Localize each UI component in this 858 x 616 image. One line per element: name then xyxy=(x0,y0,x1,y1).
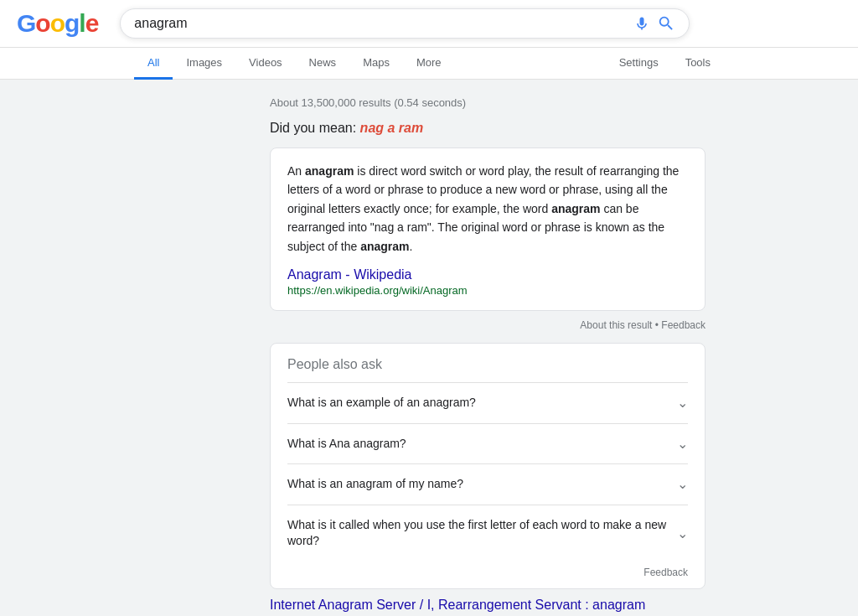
paa-question-1: What is an example of an anagram? xyxy=(287,395,677,412)
tab-all[interactable]: All xyxy=(134,48,173,80)
next-result[interactable]: Internet Anagram Server / I, Rearrangeme… xyxy=(270,598,706,613)
paa-title: People also ask xyxy=(287,357,688,372)
about-this-result-link[interactable]: About this result xyxy=(580,319,652,331)
paa-question-4: What is it called when you use the first… xyxy=(287,517,677,550)
snippet-text: An anagram is direct word switch or word… xyxy=(287,162,688,256)
featured-snippet: An anagram is direct word switch or word… xyxy=(270,148,706,311)
tab-settings[interactable]: Settings xyxy=(606,48,672,80)
google-logo[interactable]: Google xyxy=(17,11,98,36)
tab-news[interactable]: News xyxy=(296,48,350,80)
wiki-url: https://en.wikipedia.org/wiki/Anagram xyxy=(287,284,688,297)
paa-item-4[interactable]: What is it called when you use the first… xyxy=(287,505,688,562)
logo-letter-g2: g xyxy=(65,9,79,37)
paa-feedback-link[interactable]: Feedback xyxy=(644,567,688,578)
tab-tools[interactable]: Tools xyxy=(672,48,724,80)
paa-item-2[interactable]: What is Ana anagram? ⌄ xyxy=(287,423,688,464)
results-count: About 13,500,000 results (0.54 seconds) xyxy=(270,96,706,109)
tab-images[interactable]: Images xyxy=(173,48,235,80)
did-you-mean-link[interactable]: nag a ram xyxy=(360,121,424,135)
next-result-link[interactable]: Internet Anagram Server / I, Rearrangeme… xyxy=(270,598,645,612)
tab-more[interactable]: More xyxy=(403,48,455,80)
did-you-mean: Did you mean: nag a ram xyxy=(270,121,706,136)
about-feedback: About this result • Feedback xyxy=(270,316,706,343)
paa-feedback: Feedback xyxy=(287,562,688,582)
chevron-down-icon-3: ⌄ xyxy=(677,476,688,492)
paa-question-2: What is Ana anagram? xyxy=(287,436,677,453)
people-also-ask-box: People also ask What is an example of an… xyxy=(270,343,706,589)
chevron-down-icon-4: ⌄ xyxy=(677,525,688,541)
wiki-link-anchor[interactable]: Anagram - Wikipedia xyxy=(287,267,412,282)
paa-item-1[interactable]: What is an example of an anagram? ⌄ xyxy=(287,382,688,423)
main-content: About 13,500,000 results (0.54 seconds) … xyxy=(136,80,722,616)
wiki-link[interactable]: Anagram - Wikipedia xyxy=(287,267,688,282)
did-you-mean-label: Did you mean: xyxy=(270,121,360,135)
tab-maps[interactable]: Maps xyxy=(349,48,403,80)
nav-tabs: All Images Videos News Maps More Setting… xyxy=(0,48,858,80)
logo-letter-l: l xyxy=(79,9,85,37)
nav-right: Settings Tools xyxy=(606,48,724,79)
feedback-link-1[interactable]: Feedback xyxy=(661,319,706,331)
search-icon[interactable] xyxy=(657,14,675,33)
logo-letter-o1: o xyxy=(35,9,49,37)
chevron-down-icon-2: ⌄ xyxy=(677,436,688,452)
header: Google anagram xyxy=(0,0,858,48)
chevron-down-icon-1: ⌄ xyxy=(677,395,688,411)
microphone-icon[interactable] xyxy=(633,15,650,32)
logo-letter-g: G xyxy=(17,9,35,37)
logo-letter-o2: o xyxy=(50,9,65,37)
logo-letter-e: e xyxy=(85,9,99,37)
search-bar[interactable]: anagram xyxy=(120,8,690,39)
tab-videos[interactable]: Videos xyxy=(235,48,296,80)
search-input[interactable]: anagram xyxy=(134,16,627,31)
paa-question-3: What is an anagram of my name? xyxy=(287,476,677,493)
paa-item-3[interactable]: What is an anagram of my name? ⌄ xyxy=(287,463,688,505)
